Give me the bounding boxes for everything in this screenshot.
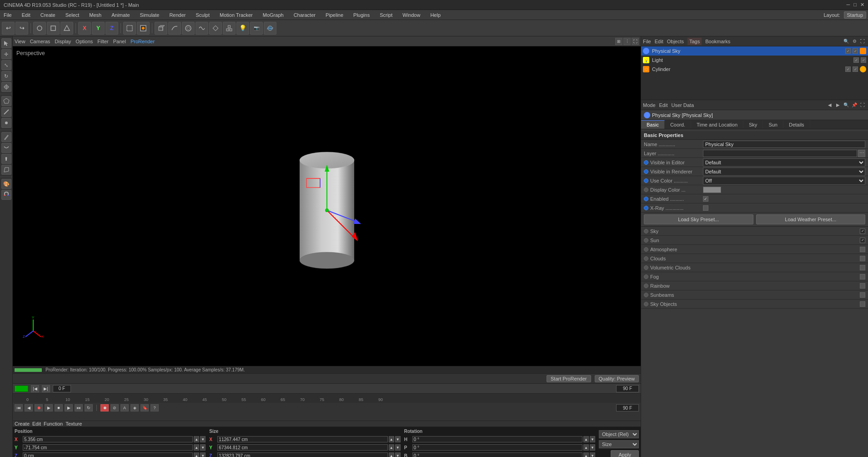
cylinder-vis-editor[interactable]: ✓: [845, 66, 851, 72]
menu-animate[interactable]: Animate: [110, 11, 131, 19]
attr-pin-icon[interactable]: 📌: [851, 102, 858, 109]
pos-y-stepper-down[interactable]: ▼: [200, 444, 206, 451]
tab-basic[interactable]: Basic: [641, 120, 665, 129]
attr-edit-btn[interactable]: Edit: [659, 102, 668, 108]
obj-item-cylinder[interactable]: ⬡ Cylinder ✓ ✓: [641, 65, 868, 74]
minimize-btn[interactable]: ─: [847, 2, 850, 8]
vis-editor-dot[interactable]: [644, 160, 648, 165]
menu-plugins[interactable]: Plugins: [351, 11, 371, 19]
bottom-texture-btn[interactable]: Texture: [65, 421, 82, 427]
mode-add-btn[interactable]: [47, 22, 60, 35]
enabled-checkbox[interactable]: ✓: [703, 196, 708, 202]
xray-dot[interactable]: [644, 206, 648, 210]
sidebar-rotate-icon[interactable]: ↻: [1, 71, 11, 81]
vis-editor-select[interactable]: Default On Off: [703, 158, 865, 167]
tl-fps-input[interactable]: [616, 404, 639, 411]
obj-objects-btn[interactable]: Objects: [667, 39, 684, 44]
x-axis-btn[interactable]: X: [78, 22, 91, 35]
menu-mograph[interactable]: MoGraph: [261, 11, 286, 19]
obj-item-light[interactable]: 💡 Light ✓ ✓: [641, 56, 868, 65]
pos-x-stepper-down[interactable]: ▼: [200, 436, 206, 442]
menu-edit[interactable]: Edit: [20, 11, 32, 19]
vis-render-dot[interactable]: [644, 169, 648, 174]
sunbeams-dot[interactable]: [644, 293, 648, 297]
deformer-btn[interactable]: [196, 22, 208, 35]
timeline-next-key-btn[interactable]: ▶|: [42, 385, 50, 392]
tl-loop-btn[interactable]: ↻: [85, 404, 93, 411]
sidebar-bevel-icon[interactable]: [1, 165, 11, 175]
layer-picker-btn[interactable]: ⋯: [858, 150, 865, 157]
fog-check[interactable]: [860, 274, 865, 279]
cylinder-tag[interactable]: [860, 66, 866, 72]
sky-check[interactable]: ✓: [860, 228, 865, 234]
timeline-green-marker[interactable]: [15, 386, 28, 392]
sidebar-bridge-icon[interactable]: [1, 143, 11, 153]
size-x-stepper-up[interactable]: ▲: [389, 436, 394, 442]
sun-dot[interactable]: [644, 238, 648, 243]
sidebar-polygon-icon[interactable]: [1, 96, 11, 106]
xray-checkbox[interactable]: [703, 205, 708, 211]
light-vis-editor[interactable]: ✓: [853, 57, 859, 63]
spline-btn[interactable]: [168, 22, 181, 35]
menu-help[interactable]: Help: [428, 11, 442, 19]
undo-btn[interactable]: ↩: [2, 22, 15, 35]
bottom-function-btn[interactable]: Function: [44, 421, 63, 427]
sidebar-paint-icon[interactable]: 🎨: [1, 179, 11, 189]
viewport-tab-display[interactable]: Display: [55, 39, 71, 44]
tl-sel-key-btn[interactable]: ◈: [130, 404, 139, 411]
effector-btn[interactable]: [209, 22, 222, 35]
mode-poly-btn[interactable]: [60, 22, 73, 35]
rot-h-stepper-down[interactable]: ▼: [590, 436, 595, 442]
rot-h-input[interactable]: [412, 436, 582, 442]
obj-search-icon[interactable]: 🔍: [843, 38, 850, 45]
obj-item-physical-sky[interactable]: Physical Sky ✓ ✓: [641, 46, 868, 56]
close-btn[interactable]: ✕: [860, 2, 864, 8]
tab-details[interactable]: Details: [783, 120, 810, 129]
display-color-dot[interactable]: [644, 188, 648, 192]
obj-expand-icon[interactable]: ⛶: [859, 38, 866, 45]
vp-expand-btn[interactable]: ⊞: [615, 38, 622, 45]
name-input[interactable]: [703, 141, 865, 148]
use-color-select[interactable]: Off On Layer: [703, 177, 865, 185]
pos-z-stepper-up[interactable]: ▲: [194, 452, 199, 457]
apply-btn[interactable]: Apply: [611, 450, 639, 457]
tl-prev-frame-btn[interactable]: ◀: [25, 404, 33, 411]
size-x-stepper-down[interactable]: ▼: [395, 436, 401, 442]
tl-clear-key-btn[interactable]: ⊘: [110, 404, 119, 411]
tab-coord[interactable]: Coord.: [665, 120, 691, 129]
menu-motion-tracker[interactable]: Motion Tracker: [218, 11, 255, 19]
rot-p-stepper-down[interactable]: ▼: [590, 444, 595, 451]
display-color-swatch[interactable]: [703, 187, 721, 193]
obj-bookmarks-btn[interactable]: Bookmarks: [705, 39, 730, 44]
sky-dot[interactable]: [644, 229, 648, 234]
timeline-end-input[interactable]: [616, 385, 639, 392]
sidebar-knife-icon[interactable]: [1, 132, 11, 142]
pos-z-input[interactable]: [23, 452, 193, 457]
rot-h-stepper-up[interactable]: ▲: [583, 436, 589, 442]
timeline-ruler[interactable]: 0 5 10 15 20 25 30 35 40 45 50 55 60 65 …: [13, 394, 641, 403]
nurbs-btn[interactable]: [182, 22, 195, 35]
menu-render[interactable]: Render: [167, 11, 187, 19]
render-view-btn[interactable]: [137, 22, 150, 35]
sky-objects-check[interactable]: [860, 301, 865, 307]
sidebar-point-icon[interactable]: [1, 118, 11, 128]
tl-record-btn[interactable]: ⏺: [35, 404, 43, 411]
tl-forward-btn[interactable]: ⏭: [75, 404, 83, 411]
tl-auto-key-btn[interactable]: A: [120, 404, 129, 411]
timeline-frame-input[interactable]: [53, 385, 71, 392]
redo-btn[interactable]: ↪: [15, 22, 28, 35]
clouds-check[interactable]: [860, 256, 865, 261]
layer-display[interactable]: [703, 150, 857, 157]
bottom-create-btn[interactable]: Create: [15, 421, 30, 427]
atmosphere-dot[interactable]: [644, 247, 648, 252]
sidebar-transform-icon[interactable]: [1, 82, 11, 92]
obj-settings-icon[interactable]: ⚙: [851, 38, 858, 45]
clouds-dot[interactable]: [644, 256, 648, 261]
rot-p-input[interactable]: [412, 444, 582, 451]
tl-rewind-btn[interactable]: ⏮: [15, 404, 23, 411]
size-z-stepper-up[interactable]: ▲: [389, 452, 394, 457]
light-btn[interactable]: 💡: [236, 22, 249, 35]
bottom-edit-btn[interactable]: Edit: [32, 421, 41, 427]
cloner-btn[interactable]: [223, 22, 236, 35]
object-rel-select[interactable]: Object (Rel) Object (Abs) World: [599, 430, 639, 438]
